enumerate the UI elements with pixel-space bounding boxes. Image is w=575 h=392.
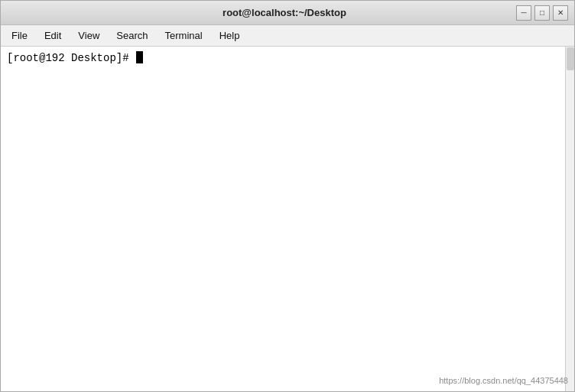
- maximize-button[interactable]: □: [534, 5, 550, 21]
- terminal-content: [root@192 Desktop]#: [7, 51, 568, 66]
- window-title: root@localhost:~/Desktop: [53, 7, 516, 18]
- scrollbar-thumb[interactable]: [567, 47, 574, 70]
- scrollbar[interactable]: [565, 47, 574, 391]
- window-controls: ─ □ ✕: [516, 5, 568, 21]
- terminal-area[interactable]: [root@192 Desktop]# https://blog.csdn.ne…: [1, 47, 574, 391]
- close-button[interactable]: ✕: [553, 5, 568, 21]
- terminal-window: root@localhost:~/Desktop ─ □ ✕ File Edit…: [0, 0, 575, 392]
- menu-file[interactable]: File: [4, 28, 35, 44]
- menu-bar: File Edit View Search Terminal Help: [1, 25, 574, 47]
- menu-view[interactable]: View: [70, 28, 107, 44]
- terminal-cursor: [136, 51, 143, 63]
- title-bar: root@localhost:~/Desktop ─ □ ✕: [1, 1, 574, 25]
- menu-terminal[interactable]: Terminal: [158, 28, 210, 44]
- menu-search[interactable]: Search: [109, 28, 155, 44]
- menu-edit[interactable]: Edit: [37, 28, 69, 44]
- minimize-button[interactable]: ─: [516, 5, 531, 21]
- terminal-prompt: [root@192 Desktop]#: [7, 51, 135, 66]
- watermark: https://blog.csdn.net/qq_44375448: [439, 376, 568, 385]
- menu-help[interactable]: Help: [212, 28, 248, 44]
